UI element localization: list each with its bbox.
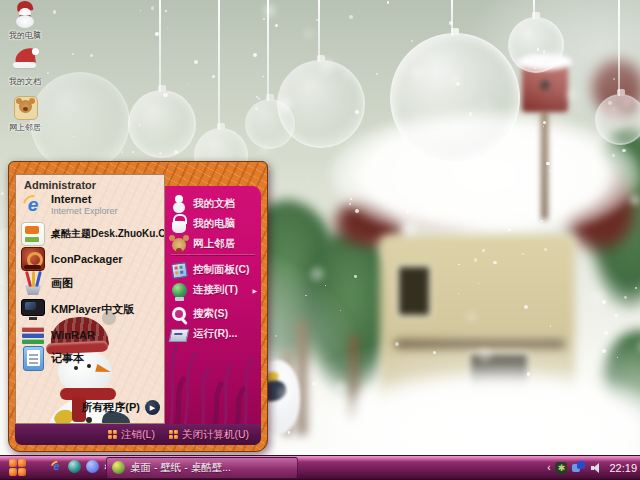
tray-antivirus-icon[interactable]: [555, 462, 567, 474]
tray-volume-icon[interactable]: [590, 462, 602, 474]
item-sublabel: Internet Explorer: [51, 206, 118, 217]
zhuoku-icon: [21, 222, 45, 246]
control-panel-icon: [171, 262, 188, 279]
internet-explorer-icon: e: [22, 194, 44, 216]
all-programs-button[interactable]: 所有程序(P) ▶: [81, 400, 160, 415]
haze: [250, 330, 640, 457]
quick-launch-desktop-icon[interactable]: [68, 460, 81, 473]
start-menu-item-network-places[interactable]: 网上邻居: [169, 234, 257, 254]
start-button[interactable]: [9, 459, 26, 476]
menu-separator: [171, 254, 255, 255]
reindeer-icon: [12, 94, 38, 120]
start-menu-item-paint[interactable]: 画图: [20, 270, 162, 296]
start-menu-item-my-documents[interactable]: 我的文档: [169, 194, 257, 214]
start-menu-item-control-panel[interactable]: 控制面板(C): [169, 260, 257, 280]
start-menu-item-my-computer[interactable]: 我的电脑: [169, 214, 257, 234]
desktop-icon-my-computer[interactable]: 我的电脑: [2, 2, 48, 41]
glass-ornament: [508, 17, 564, 73]
start-menu-item-connect-to[interactable]: 连接到(T) ▶: [169, 280, 257, 300]
taskbar: e » 桌面 - 壁纸 - 桌酷壁... ‹ 22:19: [0, 455, 640, 480]
taskbar-clock: 22:19: [609, 462, 637, 474]
item-label: 桌酷主题Desk.ZhuoKu.Com: [51, 227, 165, 241]
submenu-arrow-icon: ▶: [252, 287, 257, 294]
santa-hat-icon: [12, 48, 38, 74]
glass-ornament: [277, 60, 365, 148]
ornament-string: [618, 0, 620, 96]
search-icon: [171, 306, 188, 323]
quick-launch: e »: [50, 460, 110, 473]
task-window-icon: [112, 461, 125, 474]
glass-ornament: [595, 94, 640, 145]
item-label: WinRAR: [51, 329, 95, 341]
start-menu-left-panel: Administrator e Int: [15, 174, 165, 424]
log-off-button[interactable]: 注销(L): [108, 428, 155, 442]
network-places-icon: [172, 238, 186, 252]
desktop-icon-label: 网上邻居: [2, 122, 48, 133]
start-menu-item-run[interactable]: 运行(R)...: [169, 324, 257, 344]
notepad-icon: [23, 346, 44, 371]
tray-collapse-chevron[interactable]: ‹: [547, 462, 550, 474]
my-documents-icon: [171, 195, 187, 213]
start-menu-item-iconpackager[interactable]: IconPackager: [20, 246, 162, 272]
start-menu: Administrator e Int: [8, 161, 268, 452]
run-icon: [169, 329, 190, 342]
ornament-string: [267, 0, 269, 101]
connect-to-icon: [172, 283, 187, 298]
item-label: KMPlayer中文版: [51, 302, 134, 317]
item-label: 画图: [51, 276, 73, 291]
my-computer-icon: [172, 221, 186, 233]
desktop-icon-my-documents[interactable]: 我的文档: [2, 48, 48, 87]
glass-ornament: [390, 33, 520, 163]
desktop-icon-label: 我的文档: [2, 76, 48, 87]
iconpackager-icon: [21, 247, 45, 271]
turn-off-computer-button[interactable]: 关闭计算机(U): [169, 428, 249, 442]
log-off-icon: [108, 430, 117, 439]
desktop-screen: 我的电脑 我的文档 网上邻居 Administrator: [0, 0, 640, 480]
start-menu-bottom-bar: 注销(L) 关闭计算机(U): [15, 424, 261, 445]
start-menu-item-notepad[interactable]: 记事本: [20, 345, 162, 371]
quick-launch-media-icon[interactable]: [86, 460, 99, 473]
snowman-icon: [12, 2, 38, 28]
all-programs-arrow-icon: ▶: [145, 400, 160, 415]
kmplayer-icon: [21, 299, 45, 320]
start-menu-item-zhuoku[interactable]: 桌酷主题Desk.ZhuoKu.Com: [20, 221, 162, 247]
start-menu-item-internet[interactable]: e Internet Internet Explorer: [20, 189, 162, 221]
start-menu-item-kmplayer[interactable]: KMPlayer中文版: [20, 296, 162, 322]
desktop-icon-network-places[interactable]: 网上邻居: [2, 94, 48, 133]
turn-off-icon: [169, 430, 178, 439]
ornament-string: [318, 0, 320, 62]
item-label: 记事本: [51, 351, 84, 366]
ornament-string: [218, 0, 220, 130]
tray-network-icon[interactable]: [572, 461, 585, 474]
start-menu-item-search[interactable]: 搜索(S): [169, 304, 257, 324]
winrar-icon: [22, 325, 44, 345]
taskbar-task-button[interactable]: 桌面 - 壁纸 - 桌酷壁...: [106, 457, 298, 478]
desktop-icon-label: 我的电脑: [2, 30, 48, 41]
quick-launch-ie-icon[interactable]: e: [50, 460, 63, 473]
paint-icon: [21, 271, 45, 295]
start-menu-right-panel: 我的文档 我的电脑 网上邻居 控制面板(C) 连接到(T): [165, 186, 261, 424]
system-tray: ‹ 22:19: [547, 458, 637, 477]
ornament-string: [159, 0, 161, 92]
glass-ornament: [128, 90, 196, 158]
item-label: IconPackager: [51, 253, 123, 265]
item-label: Internet: [51, 193, 118, 206]
all-programs-label: 所有程序(P): [81, 400, 140, 415]
